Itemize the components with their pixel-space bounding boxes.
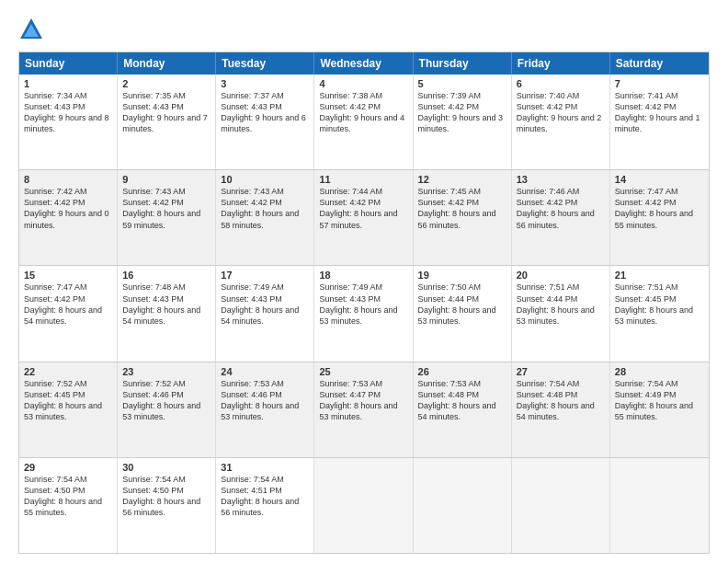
day-number: 17 [221, 270, 309, 281]
day-number: 1 [24, 78, 112, 89]
cell-info: Sunrise: 7:52 AMSunset: 4:46 PMDaylight:… [122, 379, 200, 421]
calendar-week-1: 1Sunrise: 7:34 AMSunset: 4:43 PMDaylight… [19, 75, 709, 169]
calendar-header-monday: Monday [118, 52, 216, 75]
cell-info: Sunrise: 7:51 AMSunset: 4:45 PMDaylight:… [615, 282, 693, 325]
logo [18, 17, 48, 42]
calendar-cell: 11Sunrise: 7:44 AMSunset: 4:42 PMDayligh… [314, 170, 413, 265]
cell-info: Sunrise: 7:47 AMSunset: 4:42 PMDaylight:… [24, 282, 102, 325]
day-number: 12 [418, 174, 506, 185]
day-number: 27 [517, 366, 605, 377]
day-number: 3 [221, 78, 309, 89]
calendar-cell: 2Sunrise: 7:35 AMSunset: 4:43 PMDaylight… [118, 75, 216, 169]
cell-info: Sunrise: 7:53 AMSunset: 4:47 PMDaylight:… [319, 379, 397, 421]
calendar-cell: 20Sunrise: 7:51 AMSunset: 4:44 PMDayligh… [512, 266, 610, 361]
calendar-cell [512, 458, 610, 553]
cell-info: Sunrise: 7:53 AMSunset: 4:48 PMDaylight:… [418, 379, 496, 421]
calendar-cell: 29Sunrise: 7:54 AMSunset: 4:50 PMDayligh… [19, 458, 118, 553]
calendar-cell: 13Sunrise: 7:46 AMSunset: 4:42 PMDayligh… [512, 170, 610, 265]
day-number: 25 [319, 366, 407, 377]
calendar-cell: 27Sunrise: 7:54 AMSunset: 4:48 PMDayligh… [512, 362, 610, 457]
cell-info: Sunrise: 7:50 AMSunset: 4:44 PMDaylight:… [418, 282, 496, 325]
cell-info: Sunrise: 7:41 AMSunset: 4:42 PMDaylight:… [615, 91, 700, 133]
day-number: 14 [615, 174, 704, 185]
calendar-cell: 12Sunrise: 7:45 AMSunset: 4:42 PMDayligh… [414, 170, 512, 265]
cell-info: Sunrise: 7:49 AMSunset: 4:43 PMDaylight:… [319, 282, 397, 325]
calendar-body: 1Sunrise: 7:34 AMSunset: 4:43 PMDaylight… [19, 75, 709, 553]
calendar-cell: 7Sunrise: 7:41 AMSunset: 4:42 PMDaylight… [610, 75, 709, 169]
day-number: 23 [122, 366, 210, 377]
day-number: 11 [319, 174, 407, 185]
cell-info: Sunrise: 7:44 AMSunset: 4:42 PMDaylight:… [319, 187, 397, 229]
cell-info: Sunrise: 7:35 AMSunset: 4:43 PMDaylight:… [122, 91, 208, 133]
calendar-cell: 19Sunrise: 7:50 AMSunset: 4:44 PMDayligh… [414, 266, 512, 361]
calendar-cell: 26Sunrise: 7:53 AMSunset: 4:48 PMDayligh… [414, 362, 512, 457]
calendar-header-friday: Friday [512, 52, 610, 75]
calendar-header-tuesday: Tuesday [216, 52, 314, 75]
calendar-week-3: 15Sunrise: 7:47 AMSunset: 4:42 PMDayligh… [19, 265, 709, 361]
cell-info: Sunrise: 7:37 AMSunset: 4:43 PMDaylight:… [221, 91, 306, 133]
calendar-header-saturday: Saturday [610, 52, 709, 75]
cell-info: Sunrise: 7:42 AMSunset: 4:42 PMDaylight:… [24, 187, 109, 229]
header [18, 17, 710, 42]
day-number: 7 [615, 78, 704, 89]
day-number: 2 [122, 78, 210, 89]
day-number: 18 [319, 270, 407, 281]
day-number: 31 [221, 462, 309, 473]
day-number: 9 [122, 174, 210, 185]
calendar-cell: 15Sunrise: 7:47 AMSunset: 4:42 PMDayligh… [19, 266, 118, 361]
day-number: 29 [24, 462, 112, 473]
calendar-cell: 31Sunrise: 7:54 AMSunset: 4:51 PMDayligh… [216, 458, 314, 553]
calendar-cell: 14Sunrise: 7:47 AMSunset: 4:42 PMDayligh… [610, 170, 709, 265]
day-number: 5 [418, 78, 506, 89]
calendar-cell: 30Sunrise: 7:54 AMSunset: 4:50 PMDayligh… [118, 458, 216, 553]
cell-info: Sunrise: 7:34 AMSunset: 4:43 PMDaylight:… [24, 91, 109, 133]
calendar-cell: 23Sunrise: 7:52 AMSunset: 4:46 PMDayligh… [118, 362, 216, 457]
cell-info: Sunrise: 7:46 AMSunset: 4:42 PMDaylight:… [517, 187, 595, 229]
calendar-cell: 9Sunrise: 7:43 AMSunset: 4:42 PMDaylight… [118, 170, 216, 265]
cell-info: Sunrise: 7:38 AMSunset: 4:42 PMDaylight:… [319, 91, 404, 133]
calendar-cell: 28Sunrise: 7:54 AMSunset: 4:49 PMDayligh… [610, 362, 709, 457]
cell-info: Sunrise: 7:52 AMSunset: 4:45 PMDaylight:… [24, 379, 102, 421]
calendar-cell: 4Sunrise: 7:38 AMSunset: 4:42 PMDaylight… [314, 75, 413, 169]
cell-info: Sunrise: 7:45 AMSunset: 4:42 PMDaylight:… [418, 187, 496, 229]
cell-info: Sunrise: 7:54 AMSunset: 4:50 PMDaylight:… [122, 475, 200, 517]
calendar-cell: 24Sunrise: 7:53 AMSunset: 4:46 PMDayligh… [216, 362, 314, 457]
calendar-cell: 6Sunrise: 7:40 AMSunset: 4:42 PMDaylight… [512, 75, 610, 169]
day-number: 22 [24, 366, 112, 377]
cell-info: Sunrise: 7:53 AMSunset: 4:46 PMDaylight:… [221, 379, 299, 421]
day-number: 21 [615, 270, 704, 281]
cell-info: Sunrise: 7:43 AMSunset: 4:42 PMDaylight:… [221, 187, 299, 229]
day-number: 10 [221, 174, 309, 185]
cell-info: Sunrise: 7:54 AMSunset: 4:50 PMDaylight:… [24, 475, 102, 517]
calendar-cell: 5Sunrise: 7:39 AMSunset: 4:42 PMDaylight… [414, 75, 512, 169]
cell-info: Sunrise: 7:54 AMSunset: 4:48 PMDaylight:… [517, 379, 595, 421]
cell-info: Sunrise: 7:47 AMSunset: 4:42 PMDaylight:… [615, 187, 693, 229]
calendar-header-sunday: Sunday [19, 52, 118, 75]
page: SundayMondayTuesdayWednesdayThursdayFrid… [0, 0, 728, 563]
calendar-cell: 17Sunrise: 7:49 AMSunset: 4:43 PMDayligh… [216, 266, 314, 361]
calendar-cell: 8Sunrise: 7:42 AMSunset: 4:42 PMDaylight… [19, 170, 118, 265]
day-number: 6 [517, 78, 605, 89]
cell-info: Sunrise: 7:54 AMSunset: 4:49 PMDaylight:… [615, 379, 693, 421]
calendar-cell [314, 458, 413, 553]
calendar-week-2: 8Sunrise: 7:42 AMSunset: 4:42 PMDaylight… [19, 169, 709, 265]
calendar-header-thursday: Thursday [414, 52, 512, 75]
calendar-cell: 10Sunrise: 7:43 AMSunset: 4:42 PMDayligh… [216, 170, 314, 265]
calendar-cell: 1Sunrise: 7:34 AMSunset: 4:43 PMDaylight… [19, 75, 118, 169]
cell-info: Sunrise: 7:51 AMSunset: 4:44 PMDaylight:… [517, 282, 595, 325]
calendar-cell [414, 458, 512, 553]
day-number: 28 [615, 366, 704, 377]
cell-info: Sunrise: 7:48 AMSunset: 4:43 PMDaylight:… [122, 282, 200, 325]
calendar-header-wednesday: Wednesday [314, 52, 413, 75]
cell-info: Sunrise: 7:40 AMSunset: 4:42 PMDaylight:… [517, 91, 602, 133]
calendar-header: SundayMondayTuesdayWednesdayThursdayFrid… [19, 52, 709, 75]
calendar-cell: 3Sunrise: 7:37 AMSunset: 4:43 PMDaylight… [216, 75, 314, 169]
day-number: 8 [24, 174, 112, 185]
day-number: 16 [122, 270, 210, 281]
calendar-cell [610, 458, 709, 553]
day-number: 4 [319, 78, 407, 89]
day-number: 24 [221, 366, 309, 377]
calendar-cell: 22Sunrise: 7:52 AMSunset: 4:45 PMDayligh… [19, 362, 118, 457]
calendar-week-5: 29Sunrise: 7:54 AMSunset: 4:50 PMDayligh… [19, 457, 709, 553]
day-number: 15 [24, 270, 112, 281]
